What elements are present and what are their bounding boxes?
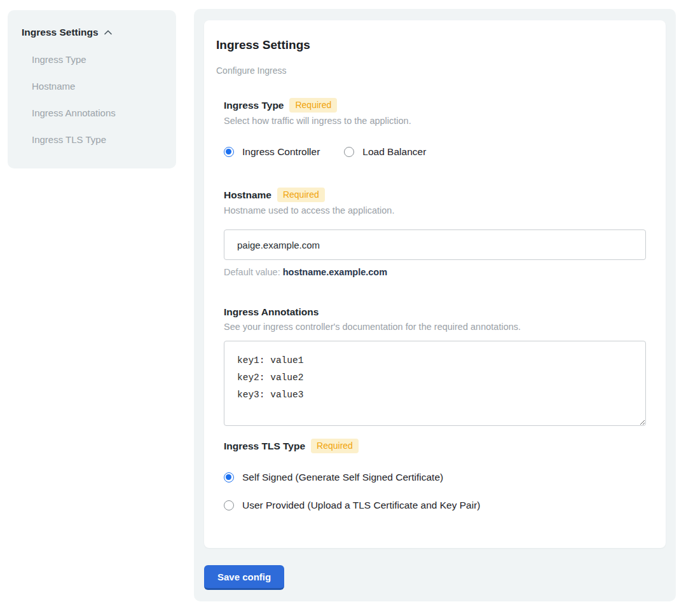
radio-label: User Provided (Upload a TLS Certificate … — [242, 499, 480, 511]
sidebar-item-ingress-annotations[interactable]: Ingress Annotations — [32, 108, 176, 118]
radio-label: Self Signed (Generate Self Signed Certif… — [242, 471, 443, 483]
radio-label: Ingress Controller — [242, 146, 320, 158]
default-value-prefix: Default value: — [224, 267, 283, 277]
ingress-type-label: Ingress Type — [224, 99, 284, 112]
ingress-tls-type-label: Ingress TLS Type — [224, 440, 305, 453]
ingress-annotations-heading-row: Ingress Annotations — [224, 306, 646, 318]
sidebar-item-hostname[interactable]: Hostname — [32, 81, 176, 92]
radio-selected-icon — [224, 147, 234, 157]
ingress-type-help: Select how traffic will ingress to the a… — [224, 116, 646, 127]
sidebar-item-list: Ingress Type Hostname Ingress Annotation… — [22, 55, 176, 145]
default-value-text: hostname.example.com — [283, 267, 387, 277]
ingress-type-radio-group: Ingress Controller Load Balancer — [224, 146, 646, 158]
ingress-settings-panel: Ingress Settings Configure Ingress Ingre… — [194, 9, 676, 601]
form-sections: Ingress Type Required Select how traffic… — [224, 98, 646, 511]
ingress-annotations-help: See your ingress controller's documentat… — [224, 322, 646, 332]
save-config-button[interactable]: Save config — [204, 565, 284, 590]
radio-unselected-icon — [344, 147, 354, 157]
radio-user-provided[interactable]: User Provided (Upload a TLS Certificate … — [224, 499, 646, 511]
hostname-default-line: Default value: hostname.example.com — [224, 267, 646, 277]
sidebar-item-ingress-tls-type[interactable]: Ingress TLS Type — [32, 135, 176, 145]
ingress-settings-card: Ingress Settings Configure Ingress Ingre… — [204, 20, 666, 548]
sidebar-group-label: Ingress Settings — [22, 27, 99, 38]
radio-load-balancer[interactable]: Load Balancer — [344, 146, 426, 158]
sidebar-item-ingress-type[interactable]: Ingress Type — [32, 55, 176, 65]
ingress-type-heading-row: Ingress Type Required — [224, 98, 646, 113]
radio-ingress-controller[interactable]: Ingress Controller — [224, 146, 320, 158]
ingress-annotations-textarea[interactable]: key1: value1 key2: value2 key3: value3 — [224, 341, 646, 426]
radio-selected-icon — [224, 472, 234, 483]
ingress-annotations-label: Ingress Annotations — [224, 306, 319, 318]
settings-sidebar: Ingress Settings Ingress Type Hostname I… — [8, 10, 176, 168]
hostname-help: Hostname used to access the application. — [224, 205, 646, 216]
radio-self-signed[interactable]: Self Signed (Generate Self Signed Certif… — [224, 471, 646, 483]
required-badge: Required — [277, 188, 325, 202]
page-subtitle: Configure Ingress — [216, 65, 646, 76]
required-badge: Required — [289, 98, 337, 113]
chevron-up-icon — [103, 27, 113, 38]
hostname-input[interactable] — [224, 229, 646, 260]
hostname-label: Hostname — [224, 189, 271, 202]
page-title: Ingress Settings — [216, 38, 646, 53]
radio-label: Load Balancer — [362, 146, 426, 158]
hostname-heading-row: Hostname Required — [224, 188, 646, 202]
ingress-tls-type-heading-row: Ingress TLS Type Required — [224, 439, 646, 453]
radio-unselected-icon — [224, 500, 234, 510]
required-badge: Required — [311, 439, 359, 453]
sidebar-group-ingress-settings[interactable]: Ingress Settings — [22, 27, 176, 38]
